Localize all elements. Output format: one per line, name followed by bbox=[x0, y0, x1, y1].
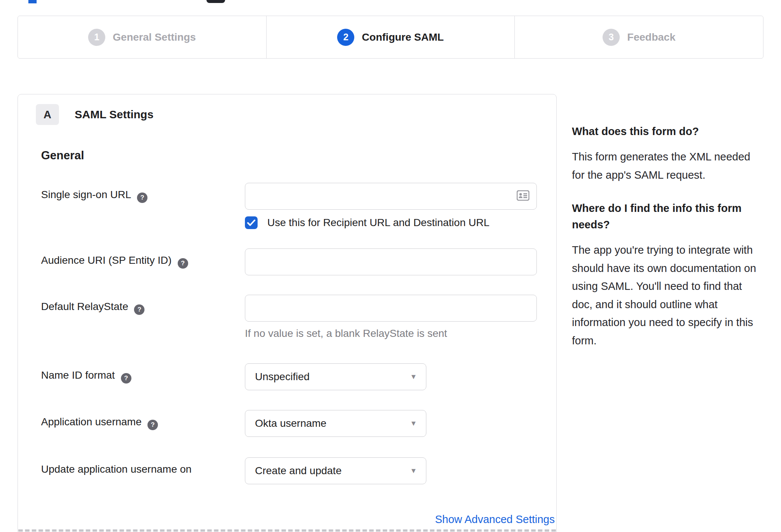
recipient-url-checkbox-label[interactable]: Use this for Recipient URL and Destinati… bbox=[267, 217, 489, 229]
sso-url-help-icon[interactable]: ? bbox=[137, 193, 147, 203]
relaystate-label-text: Default RelayState bbox=[41, 301, 128, 312]
app-username-label: Application username? bbox=[41, 410, 245, 437]
app-username-row: Application username? Okta username ▼ bbox=[41, 410, 536, 437]
step-1-circle: 1 bbox=[88, 29, 105, 46]
relaystate-label: Default RelayState? bbox=[41, 295, 245, 339]
step-3-label: Feedback bbox=[627, 31, 675, 43]
nameid-format-label: Name ID format? bbox=[41, 363, 245, 390]
icon-fragment bbox=[206, 0, 225, 3]
nameid-format-value: Unspecified bbox=[255, 371, 309, 383]
logo-fragment bbox=[28, 0, 37, 3]
nameid-format-help-icon[interactable]: ? bbox=[121, 373, 131, 384]
saml-settings-panel: A SAML Settings General Single sign-on U… bbox=[18, 94, 557, 532]
section-dashed-divider bbox=[18, 529, 556, 532]
sso-url-label-text: Single sign-on URL bbox=[41, 189, 131, 200]
step-feedback[interactable]: 3 Feedback bbox=[514, 16, 763, 58]
step-general-settings[interactable]: 1 General Settings bbox=[18, 16, 266, 58]
sso-url-input[interactable] bbox=[245, 183, 537, 210]
audience-uri-input[interactable] bbox=[245, 248, 537, 275]
chevron-down-icon: ▼ bbox=[410, 419, 417, 428]
sso-url-row: Single sign-on URL? bbox=[41, 183, 536, 229]
sso-url-label: Single sign-on URL? bbox=[41, 183, 245, 229]
relaystate-helper-text: If no value is set, a blank RelayState i… bbox=[245, 328, 537, 339]
general-section-title: General bbox=[41, 149, 536, 162]
nameid-format-select[interactable]: Unspecified ▼ bbox=[245, 363, 426, 390]
show-advanced-settings-link[interactable]: Show Advanced Settings bbox=[435, 513, 555, 525]
wizard-stepper: 1 General Settings 2 Configure SAML 3 Fe… bbox=[18, 16, 763, 59]
app-username-value: Okta username bbox=[255, 417, 326, 429]
checkmark-icon bbox=[247, 219, 255, 226]
audience-uri-help-icon[interactable]: ? bbox=[178, 258, 188, 269]
nameid-format-row: Name ID format? Unspecified ▼ bbox=[41, 363, 536, 390]
update-username-value: Create and update bbox=[255, 465, 342, 477]
help-question-1: What does this form do? bbox=[572, 123, 762, 140]
step-2-label: Configure SAML bbox=[362, 31, 444, 43]
update-username-row: Update application username on Create an… bbox=[41, 457, 536, 484]
audience-uri-label-text: Audience URI (SP Entity ID) bbox=[41, 254, 172, 266]
relaystate-input[interactable] bbox=[245, 295, 537, 322]
help-sidebar: What does this form do? This form genera… bbox=[572, 123, 762, 350]
section-a-badge: A bbox=[36, 104, 59, 125]
panel-title: SAML Settings bbox=[75, 108, 153, 121]
help-question-2: Where do I find the info this form needs… bbox=[572, 200, 762, 233]
chevron-down-icon: ▼ bbox=[410, 373, 417, 381]
update-username-select[interactable]: Create and update ▼ bbox=[245, 457, 426, 484]
app-username-label-text: Application username bbox=[41, 416, 141, 428]
update-username-label: Update application username on bbox=[41, 457, 245, 484]
audience-uri-label: Audience URI (SP Entity ID)? bbox=[41, 248, 245, 275]
step-configure-saml[interactable]: 2 Configure SAML bbox=[266, 16, 515, 58]
app-username-select[interactable]: Okta username ▼ bbox=[245, 410, 426, 437]
recipient-url-checkbox[interactable] bbox=[245, 216, 258, 229]
relaystate-row: Default RelayState? If no value is set, … bbox=[41, 295, 536, 339]
step-1-label: General Settings bbox=[113, 31, 196, 43]
help-answer-2: The app you're trying to integrate with … bbox=[572, 241, 762, 350]
audience-uri-row: Audience URI (SP Entity ID)? bbox=[41, 248, 536, 275]
help-answer-1: This form generates the XML needed for t… bbox=[572, 148, 762, 184]
nameid-format-label-text: Name ID format bbox=[41, 369, 115, 381]
relaystate-help-icon[interactable]: ? bbox=[134, 304, 144, 315]
chevron-down-icon: ▼ bbox=[410, 467, 417, 475]
step-2-circle: 2 bbox=[337, 29, 354, 46]
update-username-label-text: Update application username on bbox=[41, 463, 192, 475]
contact-card-icon[interactable] bbox=[517, 190, 529, 202]
step-3-circle: 3 bbox=[603, 29, 620, 46]
app-username-help-icon[interactable]: ? bbox=[147, 420, 158, 430]
